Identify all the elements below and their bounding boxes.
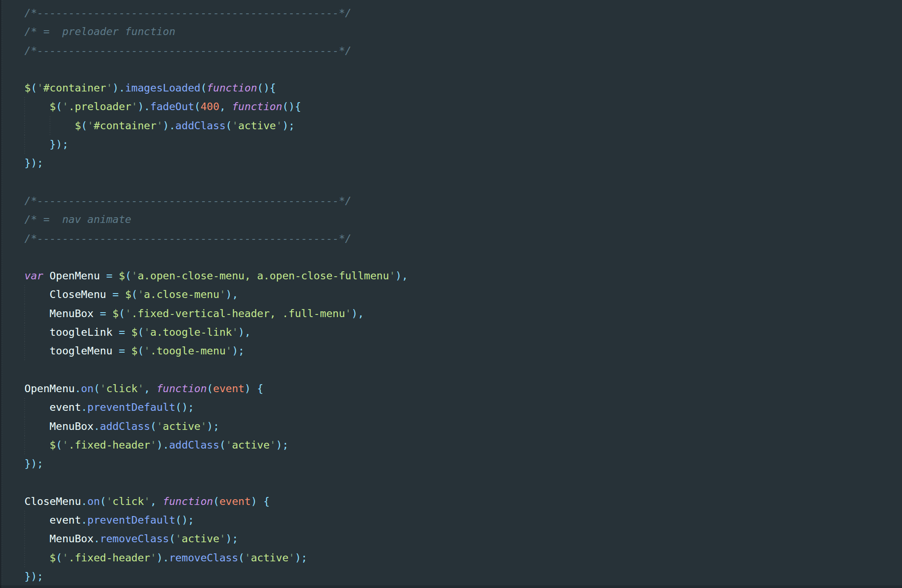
- identifier-token: [125, 326, 131, 338]
- method-token: addClass: [100, 420, 150, 433]
- indent-guide: [24, 398, 25, 417]
- code-line[interactable]: [24, 361, 902, 379]
- code-line[interactable]: });: [24, 154, 902, 172]
- method-token: preventDefault: [88, 401, 176, 413]
- punctuation-token: {: [263, 495, 270, 508]
- punctuation-token: (: [138, 345, 144, 357]
- quote-token: ': [138, 382, 144, 395]
- code-line[interactable]: /*--------------------------------------…: [24, 229, 902, 248]
- punctuation-token: ,: [144, 382, 156, 395]
- punctuation-token: ).: [138, 100, 150, 113]
- code-line[interactable]: CloseMenu.on('click', function(event) {: [24, 492, 902, 511]
- code-line[interactable]: /*--------------------------------------…: [24, 191, 902, 210]
- punctuation-token: ).: [156, 439, 169, 451]
- punctuation-token: ),: [238, 326, 251, 338]
- quote-token: ': [345, 307, 351, 320]
- quote-token: ': [100, 382, 106, 395]
- indent-spaces: [24, 100, 50, 113]
- code-line[interactable]: toogleLink = $('a.toogle-link'),: [24, 323, 902, 342]
- quote-token: ': [226, 439, 232, 451]
- string-token: a.open-close-menu, a.open-close-fullmenu: [138, 270, 389, 282]
- identifier-token: toogleLink: [50, 326, 119, 338]
- punctuation-token: {: [257, 382, 263, 395]
- code-line[interactable]: $('.fixed-header').addClass('active');: [24, 436, 902, 454]
- punctuation-token: .: [81, 401, 87, 413]
- punctuation-token: ();: [176, 514, 194, 526]
- identifier-token: [119, 288, 125, 301]
- code-line[interactable]: $('#container').imagesLoaded(function(){: [24, 79, 902, 97]
- code-line[interactable]: });: [24, 454, 902, 473]
- code-line[interactable]: /* = nav animate: [24, 210, 902, 229]
- code-line[interactable]: OpenMenu.on('click', function(event) {: [24, 379, 902, 398]
- punctuation-token: (: [169, 532, 175, 545]
- punctuation-token: );: [276, 439, 288, 451]
- punctuation-token: (: [56, 552, 62, 564]
- indent-spaces: [24, 514, 50, 526]
- punctuation-token: ,: [150, 495, 163, 508]
- punctuation-token: =: [119, 345, 125, 357]
- string-token: $: [50, 552, 56, 564]
- comment-token: /*--------------------------------------…: [24, 232, 351, 245]
- identifier-token: OpenMenu: [43, 270, 106, 282]
- code-line[interactable]: event.preventDefault();: [24, 398, 902, 417]
- code-line[interactable]: /*--------------------------------------…: [24, 4, 902, 22]
- code-line[interactable]: MenuBox.addClass('active');: [24, 417, 902, 436]
- punctuation-token: });: [50, 138, 68, 151]
- code-area[interactable]: /*--------------------------------------…: [0, 4, 902, 586]
- keyword-token: function: [156, 382, 207, 395]
- identifier-token: MenuBox: [50, 420, 94, 433]
- code-line[interactable]: MenuBox = $('.fixed-vertical-header, .fu…: [24, 304, 902, 323]
- code-line[interactable]: /* = preloader function: [24, 22, 902, 41]
- punctuation-token: .: [81, 495, 87, 508]
- quote-token: ': [88, 119, 94, 132]
- indent-guide: [24, 116, 25, 135]
- code-line[interactable]: MenuBox.removeClass('active');: [24, 529, 902, 548]
- code-line[interactable]: /*--------------------------------------…: [24, 41, 902, 60]
- quote-token: ': [244, 552, 251, 564]
- punctuation-token: ): [251, 495, 257, 508]
- punctuation-token: );: [232, 345, 244, 357]
- identifier-token: CloseMenu: [50, 288, 112, 301]
- punctuation-token: });: [24, 457, 43, 470]
- string-token: $: [119, 270, 125, 282]
- punctuation-token: .: [94, 420, 100, 433]
- punctuation-token: .: [81, 514, 87, 526]
- code-line[interactable]: $('.preloader').fadeOut(400, function(){: [24, 97, 902, 116]
- code-line[interactable]: $('.fixed-header').removeClass('active')…: [24, 548, 902, 567]
- string-token: $: [132, 345, 138, 357]
- quote-token: ': [144, 345, 150, 357]
- punctuation-token: ,: [220, 100, 232, 113]
- code-line[interactable]: event.preventDefault();: [24, 511, 902, 529]
- indent-spaces: [24, 552, 50, 564]
- indent-spaces: [24, 326, 50, 338]
- code-line[interactable]: });: [24, 567, 902, 586]
- code-line[interactable]: [24, 248, 902, 266]
- code-line[interactable]: [24, 473, 902, 492]
- indent-guide: [50, 116, 50, 135]
- string-token: $: [112, 307, 119, 320]
- punctuation-token: });: [24, 570, 43, 583]
- indent-guide: [24, 436, 25, 454]
- comment-token: /* = nav animate: [24, 213, 132, 226]
- code-line[interactable]: });: [24, 135, 902, 154]
- code-line[interactable]: [24, 173, 902, 191]
- string-token: a.toogle-link: [150, 326, 232, 338]
- code-line[interactable]: CloseMenu = $('a.close-menu'),: [24, 285, 902, 304]
- quote-token: ': [288, 552, 295, 564]
- punctuation-token: (: [56, 439, 62, 451]
- punctuation-token: (: [138, 326, 144, 338]
- code-line[interactable]: [24, 60, 902, 79]
- code-line[interactable]: $('#container').addClass('active');: [24, 116, 902, 135]
- string-token: click: [112, 495, 144, 508]
- indent-guide: [24, 285, 25, 304]
- indent-spaces: [24, 138, 50, 151]
- quote-token: ': [138, 288, 144, 301]
- keyword-token: function: [232, 100, 282, 113]
- argument-token: event: [220, 495, 251, 508]
- string-token: $: [125, 288, 131, 301]
- identifier-token: MenuBox: [50, 307, 100, 320]
- code-line[interactable]: var OpenMenu = $('a.open-close-menu, a.o…: [24, 266, 902, 285]
- code-line[interactable]: toogleMenu = $('.toogle-menu');: [24, 342, 902, 360]
- punctuation-token: (: [220, 439, 226, 451]
- indent-spaces: [24, 345, 50, 357]
